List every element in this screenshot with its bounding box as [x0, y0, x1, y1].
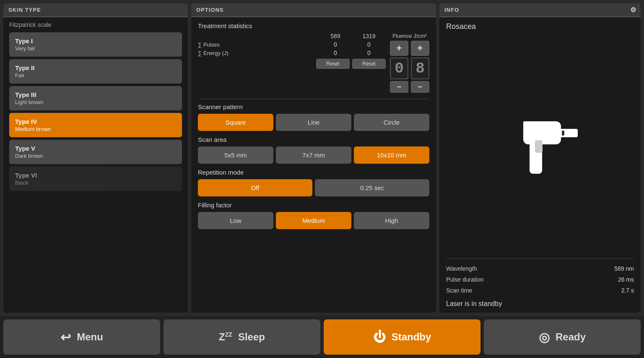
- stats-grid: 589 1319 ∑ Pulses 0 0 ∑ Energy (J) 0: [198, 33, 429, 93]
- bottom-btn-label-ready: Ready: [556, 331, 586, 343]
- fluence-title: Fluence J/cm²: [392, 33, 427, 39]
- pulses-val2: 0: [352, 41, 386, 48]
- scan-area-group-5x5-mm-btn[interactable]: 5x5 mm: [198, 146, 273, 164]
- scanner-pattern-group: SquareLineCircle: [198, 114, 429, 131]
- pulses-label: ∑ Pulses: [198, 42, 319, 48]
- skin-type-name-type6: Type VI: [15, 172, 176, 179]
- bottom-btn-label-standby: Standby: [392, 331, 431, 343]
- stats-header-row: 589 1319: [198, 33, 386, 39]
- spec-row-wavelength: Wavelength 589 nm: [446, 263, 634, 274]
- fluence-digit-2: 8: [411, 57, 429, 79]
- skin-type-title: SKIN TYPE: [8, 7, 41, 13]
- reset-btn-1[interactable]: Reset: [316, 59, 350, 69]
- filling-factor-group-medium-btn[interactable]: Medium: [276, 212, 351, 229]
- fluence-display: Fluence J/cm² + + 0 8 − −: [390, 33, 429, 93]
- bottom-btn-label-menu: Menu: [77, 331, 103, 343]
- fluence-plus-btn-2[interactable]: +: [411, 41, 429, 56]
- energy-row: ∑ Energy (J) 0 0: [198, 50, 386, 56]
- energy-label: ∑ Energy (J): [198, 50, 319, 56]
- svg-rect-5: [562, 131, 564, 136]
- repetition-mode-group-0.25-sec-btn[interactable]: 0.25 sec: [315, 179, 429, 196]
- reset-row: Reset Reset: [198, 59, 386, 69]
- energy-val2: 0: [352, 50, 386, 56]
- skin-type-body: Fitzpatrick scale Type I Very fair Type …: [3, 17, 188, 313]
- filling-factor-title: Filling factor: [198, 201, 429, 209]
- repetition-mode-group: Off0.25 sec: [198, 179, 429, 196]
- spec-row-pulse-duration: Pulse duration 26 ms: [446, 274, 634, 285]
- skin-type-desc-type2: Fair: [15, 72, 176, 78]
- menu-icon: ↩: [60, 330, 71, 345]
- info-specs: Wavelength 589 nm Pulse duration 26 ms S…: [446, 259, 634, 296]
- skin-type-item-type2[interactable]: Type II Fair: [9, 59, 182, 84]
- skin-type-name-type4: Type IV: [15, 118, 176, 125]
- reset-btn-2[interactable]: Reset: [352, 59, 386, 69]
- skin-type-desc-type4: Medium brown: [15, 126, 176, 132]
- condition-label: Rosacea: [446, 22, 634, 31]
- panels-row: SKIN TYPE Fitzpatrick scale Type I Very …: [0, 0, 644, 316]
- skin-type-panel: SKIN TYPE Fitzpatrick scale Type I Very …: [3, 3, 188, 313]
- bottom-btn-sleep[interactable]: ZZZ Sleep: [164, 319, 320, 355]
- fluence-digit-1: 0: [390, 57, 408, 79]
- skin-type-desc-type5: Dark brown: [15, 153, 176, 159]
- spec-label: Scan time: [446, 287, 472, 294]
- info-header: INFO ⚙: [439, 3, 641, 17]
- fluence-minus-controls: − −: [390, 81, 429, 93]
- bottom-btn-menu[interactable]: ↩ Menu: [3, 319, 160, 355]
- stats-table: 589 1319 ∑ Pulses 0 0 ∑ Energy (J) 0: [198, 33, 386, 69]
- options-title: OPTIONS: [196, 7, 224, 13]
- info-body: Rosacea: [439, 17, 641, 313]
- pulses-val1: 0: [319, 41, 352, 48]
- scanner-pattern-group-line-btn[interactable]: Line: [276, 114, 351, 131]
- gear-icon[interactable]: ⚙: [630, 6, 636, 14]
- sleep-icon: ZZZ: [219, 331, 232, 343]
- bottom-btn-standby[interactable]: ⏻ Standby: [324, 319, 480, 355]
- skin-type-desc-type1: Very fair: [15, 45, 176, 52]
- fluence-minus-btn-2[interactable]: −: [411, 81, 429, 93]
- scan-area-group-10x10-mm-btn[interactable]: 10x10 mm: [354, 146, 429, 164]
- device-svg: [498, 109, 582, 184]
- divider-1: [198, 99, 429, 99]
- repetition-mode-group-off-btn[interactable]: Off: [198, 179, 312, 196]
- bottom-bar: ↩ Menu ZZZ Sleep ⏻ Standby ◎ Ready: [0, 316, 644, 358]
- scanner-pattern-group-square-btn[interactable]: Square: [198, 114, 273, 131]
- device-image-area: [446, 34, 634, 259]
- skin-type-name-type2: Type II: [15, 64, 176, 71]
- info-title: INFO: [444, 7, 459, 13]
- skin-type-name-type5: Type V: [15, 145, 176, 152]
- fluence-minus-btn-1[interactable]: −: [390, 81, 408, 93]
- spec-label: Wavelength: [446, 265, 477, 272]
- filling-factor-group-low-btn[interactable]: Low: [198, 212, 273, 229]
- standby-icon: ⏻: [373, 330, 386, 344]
- options-header: OPTIONS: [191, 3, 436, 17]
- col2-header: 1319: [352, 33, 386, 39]
- bottom-btn-ready[interactable]: ◎ Ready: [484, 319, 641, 355]
- main-container: SKIN TYPE Fitzpatrick scale Type I Very …: [0, 0, 644, 358]
- skin-type-item-type3[interactable]: Type III Light brown: [9, 86, 182, 110]
- skin-type-desc-type6: Black: [15, 180, 176, 186]
- scan-area-group-7x7-mm-btn[interactable]: 7x7 mm: [276, 146, 351, 164]
- info-panel: INFO ⚙ Rosacea: [439, 3, 641, 313]
- spec-value: 589 nm: [614, 265, 634, 272]
- skin-type-desc-type3: Light brown: [15, 99, 176, 105]
- skin-type-item-type5[interactable]: Type V Dark brown: [9, 140, 182, 164]
- treatment-stats-title: Treatment statistics: [198, 22, 429, 29]
- fluence-plus-btn-1[interactable]: +: [390, 41, 408, 56]
- filling-factor-group: LowMediumHigh: [198, 212, 429, 229]
- skin-type-item-type1[interactable]: Type I Very fair: [9, 32, 182, 57]
- skin-type-item-type6[interactable]: Type VI Black: [9, 167, 182, 191]
- scanner-pattern-group-circle-btn[interactable]: Circle: [354, 114, 429, 131]
- spec-row-scan-time: Scan time 2.7 s: [446, 285, 634, 296]
- svg-rect-1: [559, 129, 578, 137]
- filling-factor-group-high-btn[interactable]: High: [354, 212, 429, 229]
- repetition-mode-title: Repetition mode: [198, 169, 429, 176]
- fitzpatrick-label: Fitzpatrick scale: [9, 21, 182, 28]
- ready-icon: ◎: [539, 330, 550, 345]
- spec-value: 26 ms: [618, 276, 634, 283]
- scanner-pattern-title: Scanner pattern: [198, 103, 429, 110]
- spec-value: 2.7 s: [621, 287, 634, 294]
- fluence-digits: 0 8: [390, 57, 429, 79]
- energy-val1: 0: [319, 50, 352, 56]
- options-panel: OPTIONS Treatment statistics 589 1319 ∑: [191, 3, 436, 313]
- skin-type-item-type4[interactable]: Type IV Medium brown: [9, 113, 182, 137]
- spec-label: Pulse duration: [446, 276, 484, 283]
